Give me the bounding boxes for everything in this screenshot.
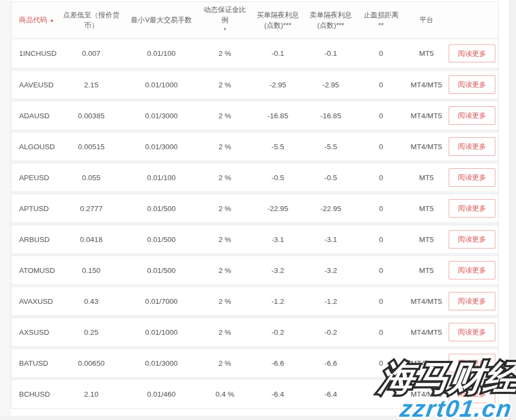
spread-cell: 0.150 [60, 256, 122, 284]
margin-cell: 2 % [200, 318, 249, 346]
margin-cell: 2 % [200, 163, 249, 192]
lots-cell: 0.01/500 [122, 256, 200, 284]
lots-cell: 0.01/1000 [122, 318, 200, 346]
actions-cell: 阅读更多 [446, 71, 498, 99]
column-header-margin: 动态保证金比例 * [200, 2, 249, 39]
read-more-button[interactable]: 阅读更多 [449, 44, 495, 63]
margin-cell: 2 % [200, 39, 249, 68]
buy-swap-cell: -0.2 [249, 318, 306, 346]
spread-cell: 0.25 [60, 318, 122, 346]
column-header-buy-swap: 买单隔夜利息 (点数)*** [249, 2, 306, 39]
sl-distance-cell: 0 [355, 287, 407, 315]
scrollbar[interactable] [509, 0, 516, 420]
lots-cell: 0.01/1000 [122, 71, 200, 99]
margin-cell: 2 % [200, 256, 249, 284]
column-header-product-code[interactable]: 商品代码 ▲ [11, 2, 60, 39]
read-more-button[interactable]: 阅读更多 [449, 261, 495, 279]
product-code-cell: AAVEUSD [11, 71, 60, 99]
sort-asc-icon[interactable]: ▲ [49, 17, 54, 24]
sell-swap-cell: -2.95 [306, 71, 355, 99]
spread-cell: 0.2777 [60, 194, 122, 222]
read-more-button[interactable]: 阅读更多 [449, 385, 495, 403]
table-row: ARBUSD 0.0418 0.01/500 2 % -3.1 -3.1 0 M… [11, 225, 498, 254]
sl-distance-cell: 0 [355, 39, 407, 68]
buy-swap-cell: -0.5 [249, 163, 306, 192]
table-row: ATOMUSD 0.150 0.01/500 2 % -3.2 -3.2 0 M… [11, 256, 498, 285]
sl-distance-cell: 0 [355, 225, 407, 253]
buy-swap-cell: -3.2 [249, 256, 306, 284]
platform-cell: MT4/MT5 [407, 101, 446, 130]
read-more-button[interactable]: 阅读更多 [449, 106, 495, 125]
lots-cell: 0.01/100 [122, 163, 200, 192]
platform-cell: MT4/MT5 [407, 349, 446, 377]
read-more-button[interactable]: 阅读更多 [449, 292, 495, 310]
platform-cell: MT4/MT5 [407, 287, 446, 315]
actions-cell: 阅读更多 [446, 101, 498, 130]
sell-swap-cell: -16.85 [306, 101, 355, 130]
read-more-button[interactable]: 阅读更多 [449, 137, 495, 156]
column-header-lots: 最小V最大交易手数 [122, 2, 200, 39]
table-row: AAVEUSD 2.15 0.01/1000 2 % -2.95 -2.95 0… [11, 70, 498, 99]
column-header-spread: 点差低至（报价货币） [60, 2, 122, 39]
spread-cell: 0.00650 [60, 349, 122, 377]
read-more-button[interactable]: 阅读更多 [449, 75, 495, 94]
products-table: 商品代码 ▲ 点差低至（报价货币） 最小V最大交易手数 动态保证金比例 * 买单… [11, 2, 499, 409]
product-code-cell: ARBUSD [11, 225, 60, 253]
platform-cell: MT5 [407, 194, 446, 222]
buy-swap-cell: -1.2 [249, 287, 306, 315]
platform-cell: MT4/MT5 [407, 71, 446, 99]
page-bottom-strip [0, 416, 516, 420]
actions-cell: 阅读更多 [446, 225, 498, 253]
table-row: BCHUSD 2.10 0.01/460 0.4 % -6.4 -6.4 0 M… [11, 379, 498, 409]
product-code-cell: ALGOUSD [11, 132, 60, 161]
actions-cell: 阅读更多 [446, 287, 498, 315]
actions-cell: 阅读更多 [446, 256, 498, 284]
buy-swap-cell: -2.95 [249, 71, 306, 99]
read-more-button[interactable]: 阅读更多 [449, 323, 495, 341]
actions-cell: 阅读更多 [446, 163, 498, 192]
platform-cell: MT5 [407, 225, 446, 253]
sl-distance-cell: 0 [355, 194, 407, 222]
product-code-cell: BATUSD [11, 349, 60, 377]
buy-swap-cell: -5.5 [249, 132, 306, 161]
sl-distance-cell: 0 [355, 101, 407, 130]
sell-swap-cell: -6.4 [306, 380, 355, 408]
product-code-cell: ATOMUSD [11, 256, 60, 284]
buy-swap-cell: -6.4 [249, 380, 306, 408]
spread-cell: 0.43 [60, 287, 122, 315]
sell-swap-cell: -0.5 [306, 163, 355, 192]
sl-distance-cell: 0 [355, 132, 407, 161]
product-code-cell: ADAUSD [11, 101, 60, 130]
platform-cell: MT4/MT5 [407, 380, 446, 408]
buy-swap-cell: -16.85 [249, 101, 306, 130]
table-row: ADAUSD 0.00385 0.01/3000 2 % -16.85 -16.… [11, 101, 498, 130]
actions-cell: 阅读更多 [446, 39, 498, 68]
product-code-cell: AVAXUSD [11, 287, 60, 315]
table-row: 1INCHUSD 0.007 0.01/100 2 % -0.1 -0.1 0 … [11, 39, 498, 68]
read-more-button[interactable]: 阅读更多 [449, 168, 495, 187]
spread-cell: 0.00515 [60, 132, 122, 161]
table-header-row: 商品代码 ▲ 点差低至（报价货币） 最小V最大交易手数 动态保证金比例 * 买单… [11, 2, 498, 39]
product-code-cell: 1INCHUSD [11, 39, 60, 68]
actions-cell: 阅读更多 [446, 380, 498, 408]
sell-swap-cell: -3.2 [306, 256, 355, 284]
margin-cell: 2 % [200, 287, 249, 315]
spread-cell: 0.0418 [60, 225, 122, 253]
sl-distance-cell: 0 [355, 71, 407, 99]
lots-cell: 0.01/3000 [122, 132, 200, 161]
read-more-button[interactable]: 阅读更多 [449, 354, 495, 372]
sl-distance-cell: 0 [355, 349, 407, 377]
sl-distance-cell: 0 [355, 318, 407, 346]
lots-cell: 0.01/3000 [122, 349, 200, 377]
read-more-button[interactable]: 阅读更多 [449, 199, 495, 218]
sell-swap-cell: -0.1 [306, 39, 355, 68]
margin-cell: 2 % [200, 71, 249, 99]
actions-cell: 阅读更多 [446, 318, 498, 346]
sell-swap-cell: -0.2 [306, 318, 355, 346]
read-more-button[interactable]: 阅读更多 [449, 230, 495, 249]
margin-cell: 2 % [200, 194, 249, 222]
buy-swap-cell: -0.1 [249, 39, 306, 68]
sell-swap-cell: -3.1 [306, 225, 355, 253]
product-code-cell: APTUSD [11, 194, 60, 222]
margin-cell: 2 % [200, 225, 249, 253]
